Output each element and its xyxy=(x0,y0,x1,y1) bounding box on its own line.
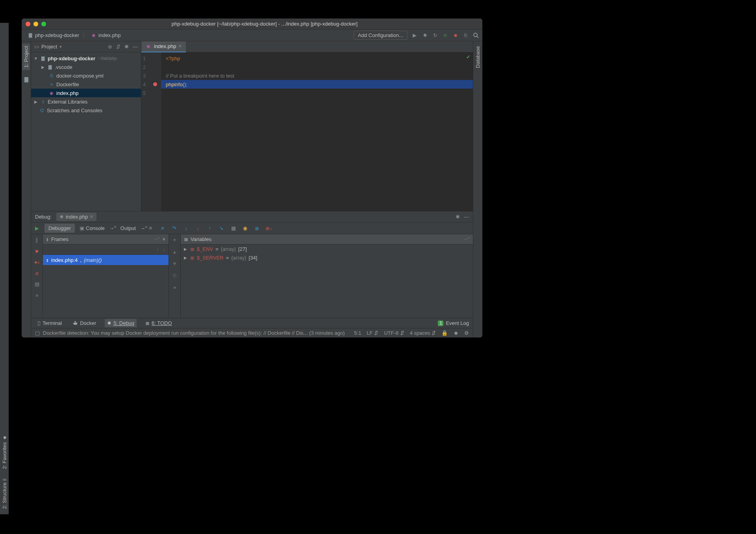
tree-root-label: php-xdebug-docker xyxy=(48,56,95,61)
close-tab-icon[interactable]: ✕ xyxy=(178,44,182,49)
step-over-icon[interactable]: ↷ xyxy=(171,225,178,232)
layout-icon[interactable]: ▤ xyxy=(34,281,40,287)
encoding[interactable]: UTF-8 ⇵ xyxy=(384,330,404,336)
tree-scratches[interactable]: ⌬ Scratches and Consoles xyxy=(31,106,141,115)
prev-frame-icon[interactable]: ↑ xyxy=(156,247,159,252)
next-frame-icon[interactable]: ↓ xyxy=(163,247,166,252)
debug-tab[interactable]: ✸5: Debug xyxy=(105,319,137,327)
lock-icon[interactable]: 🔒 xyxy=(441,330,448,336)
close-icon[interactable]: ✕ xyxy=(90,214,93,219)
code-area[interactable]: ✔ <?php // Put a breakpoint here to test… xyxy=(161,52,473,211)
hide-icon[interactable]: — xyxy=(133,44,138,50)
locate-icon[interactable]: ⊕ xyxy=(108,44,112,50)
code-editor[interactable]: 1 2 3 4 5 ✔ <?php xyxy=(141,52,473,211)
event-count-badge: 1 xyxy=(438,321,443,326)
up-icon[interactable]: ▲ xyxy=(172,248,178,255)
view-breakpoints-icon[interactable]: ●₀ xyxy=(34,259,40,265)
more-icon[interactable]: » xyxy=(34,292,40,298)
right-tool-rail: Database xyxy=(473,41,482,337)
tree-external-libs[interactable]: ▶ ⫴ External Libraries xyxy=(31,97,141,106)
close-output-icon[interactable]: ✕ xyxy=(148,225,154,232)
settings-icon[interactable]: ≣ xyxy=(254,225,260,232)
expand-icon[interactable]: →" xyxy=(463,236,470,242)
add-configuration-button[interactable]: Add Configuration... xyxy=(354,31,408,40)
tree-item-label: External Libraries xyxy=(48,99,87,105)
status-toggle-icon[interactable]: ▢ xyxy=(35,330,40,336)
tree-folder-vscode[interactable]: ▶ ▇ .vscode xyxy=(31,63,141,71)
frame-row[interactable]: ⫾ index.php:4, {main}() xyxy=(43,255,169,265)
debug-session-tab[interactable]: ✸ index.php ✕ xyxy=(56,213,96,221)
editor-tab-index[interactable]: ◉ index.php ✕ xyxy=(141,41,186,52)
chevron-down-icon: ▼ xyxy=(59,45,62,49)
tree-file-compose[interactable]: ⎘ docker-compose.yml xyxy=(31,71,141,80)
pause-icon[interactable]: ‖ xyxy=(34,237,40,243)
gear-icon[interactable]: ✱ xyxy=(456,214,460,220)
step-into-icon[interactable]: ↓ xyxy=(183,225,189,232)
coverage-icon[interactable]: ↻ xyxy=(432,32,438,39)
status-message[interactable]: Dockerfile detection: You may setup Dock… xyxy=(43,330,354,336)
mute-breakpoints-icon[interactable]: ⌀ xyxy=(34,270,40,276)
stop-icon[interactable]: ■ xyxy=(34,248,40,254)
more-icon[interactable]: » xyxy=(172,284,178,290)
tree-file-dockerfile[interactable]: ⎆ Dockerfile xyxy=(31,80,141,89)
stop-icon[interactable]: ■ xyxy=(452,32,459,39)
inspector-icon[interactable]: ☻ xyxy=(453,330,459,336)
thread-dropdown-icon[interactable]: →" xyxy=(152,236,159,242)
soft-wrap-icon[interactable]: →" xyxy=(109,225,116,232)
breadcrumb-root[interactable]: ▇ php-xdebug-docker xyxy=(25,32,82,39)
run-to-cursor-icon[interactable]: ➘ xyxy=(219,225,225,232)
variable-row[interactable]: ▶ ≣ $_SERVER = {array} [34] xyxy=(181,253,473,262)
editor-gutter[interactable]: 1 2 3 4 5 xyxy=(141,52,161,211)
indent-setting[interactable]: 4 spaces ⇵ xyxy=(410,330,436,336)
pin-icon[interactable]: ≣₊ xyxy=(266,225,272,232)
docker-tab[interactable]: ⛴Docker xyxy=(70,319,98,327)
database-tool-tab[interactable]: Database xyxy=(474,44,482,70)
cursor-position[interactable]: 5:1 xyxy=(354,330,361,336)
zoom-window-button[interactable] xyxy=(41,22,46,26)
tree-root[interactable]: ▼ ▇ php-xdebug-docker ~/lab/php- xyxy=(31,54,141,63)
profile-icon[interactable]: ⎋ xyxy=(442,32,448,39)
search-everywhere-icon[interactable] xyxy=(473,32,479,39)
project-tool-tab[interactable]: 1: Project xyxy=(22,44,30,70)
event-log-tab[interactable]: Event Log xyxy=(446,320,469,326)
resume-program-button[interactable]: ▶ xyxy=(31,222,43,234)
line-number: 4 xyxy=(143,80,158,89)
add-watch-icon[interactable]: ＋ xyxy=(172,237,178,243)
show-execution-point-icon[interactable]: ≡ xyxy=(159,225,166,232)
collapse-all-icon[interactable]: ⇵ xyxy=(116,44,120,50)
todo-tab[interactable]: ≣6: TODO xyxy=(143,319,174,327)
close-window-button[interactable] xyxy=(26,22,30,26)
gear-icon[interactable]: ✱ xyxy=(124,44,129,50)
folder-rail-icon[interactable]: ▇ xyxy=(23,76,30,83)
trace-icon[interactable]: ◉ xyxy=(242,225,248,232)
chevron-down-icon[interactable]: ▾ xyxy=(163,236,165,242)
terminal-tab[interactable]: ⌷Terminal xyxy=(35,319,64,327)
tree-file-index[interactable]: ◉ index.php xyxy=(31,89,141,97)
copy-icon[interactable]: ⎘ xyxy=(172,272,178,278)
step-out-icon[interactable]: ↑ xyxy=(207,225,213,232)
titlebar: php-xdebug-docker [~/lab/php-xdebug-dock… xyxy=(22,19,482,30)
project-pane-title[interactable]: Project ▼ xyxy=(41,44,62,50)
soft-wrap-icon[interactable]: →" xyxy=(141,225,147,232)
debug-icon[interactable]: ✸ xyxy=(422,32,428,39)
variable-row[interactable]: ▶ ≣ $_ENV = {array} [27] xyxy=(181,245,473,253)
run-icon[interactable]: ▶ xyxy=(411,32,418,39)
minimize-window-button[interactable] xyxy=(33,22,38,26)
ide-settings-icon[interactable]: ⚙ xyxy=(464,330,469,336)
update-icon[interactable]: ⎘ xyxy=(463,32,469,39)
editor-tabs: ◉ index.php ✕ xyxy=(141,41,473,52)
output-subtab[interactable]: Output xyxy=(117,224,140,233)
hide-icon[interactable]: — xyxy=(464,214,469,220)
debugger-subtab[interactable]: Debugger xyxy=(44,224,75,233)
force-step-into-icon[interactable]: ↓ xyxy=(195,225,201,232)
breadcrumb-file[interactable]: ◉ index.php xyxy=(88,32,123,39)
project-tree[interactable]: ▼ ▇ php-xdebug-docker ~/lab/php- ▶ ▇ .vs… xyxy=(31,52,141,211)
bug-icon: ✸ xyxy=(59,214,64,220)
evaluate-expression-icon[interactable]: ▦ xyxy=(230,225,237,232)
console-subtab[interactable]: ▣Console xyxy=(76,224,109,233)
breakpoint-icon[interactable] xyxy=(153,82,157,86)
line-ending[interactable]: LF ⇵ xyxy=(367,330,378,336)
down-icon[interactable]: ▼ xyxy=(172,260,178,267)
code-comment: // Put a breakpoint here to test xyxy=(166,73,234,79)
variables-header: ≣ Variables →" xyxy=(181,234,473,245)
